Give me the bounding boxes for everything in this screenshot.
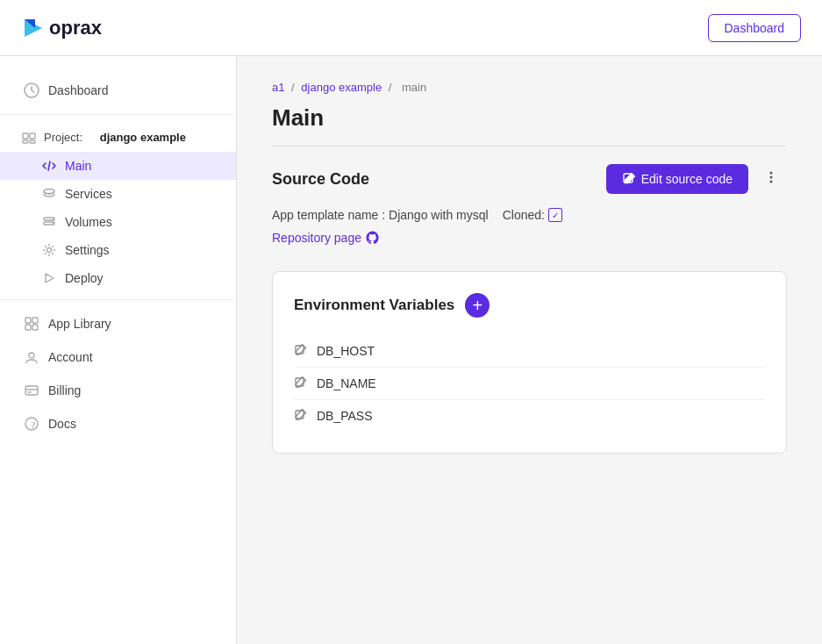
sidebar-main-label: Main: [65, 159, 91, 173]
settings-icon: [42, 243, 56, 257]
header: oprax Dashboard: [0, 0, 822, 56]
edit-env-icon-db-host[interactable]: [294, 344, 308, 358]
sidebar-project-name: django example: [100, 131, 186, 144]
docs-label: Docs: [48, 417, 76, 431]
sidebar-item-app-library[interactable]: App Library: [0, 307, 236, 340]
svg-rect-17: [25, 325, 31, 330]
sidebar: Dashboard Project: django example Main: [0, 56, 237, 644]
deploy-icon: [42, 271, 56, 285]
source-code-actions: Edit source code: [606, 164, 787, 194]
billing-icon: [24, 383, 39, 398]
sidebar-services-label: Services: [65, 187, 112, 201]
account-icon: [24, 349, 39, 365]
breadcrumb: a1 / django example / main: [272, 81, 787, 94]
sidebar-item-deploy[interactable]: Deploy: [0, 264, 236, 292]
app-template-label: App template name : Django with mysql: [272, 208, 489, 222]
env-db-host-name: DB_HOST: [317, 344, 375, 358]
svg-rect-5: [23, 140, 28, 143]
svg-point-13: [47, 248, 52, 253]
svg-rect-6: [30, 140, 35, 143]
env-variables-header: Environment Variables +: [294, 293, 765, 318]
main-content: a1 / django example / main Main Source C…: [237, 56, 822, 644]
svg-rect-18: [32, 325, 38, 330]
billing-label: Billing: [48, 383, 81, 397]
sidebar-divider-2: [0, 299, 236, 300]
svg-rect-4: [30, 133, 35, 139]
github-icon: [366, 231, 380, 245]
sidebar-item-docs[interactable]: ? Docs: [0, 407, 236, 440]
volumes-icon: [42, 215, 56, 229]
logo-text: oprax: [49, 17, 102, 39]
svg-point-28: [770, 180, 773, 182]
account-label: Account: [48, 350, 93, 364]
breadcrumb-django[interactable]: django example: [301, 81, 382, 94]
svg-point-27: [770, 175, 773, 178]
source-meta: App template name : Django with mysql Cl…: [272, 208, 787, 222]
svg-point-12: [53, 223, 54, 225]
repository-page-link[interactable]: Repository page: [272, 231, 380, 245]
env-item-db-host: DB_HOST: [294, 335, 765, 368]
svg-text:?: ?: [32, 420, 36, 430]
sidebar-item-volumes[interactable]: Volumes: [0, 208, 236, 236]
sidebar-item-dashboard[interactable]: Dashboard: [0, 74, 236, 107]
sidebar-settings-label: Settings: [65, 243, 110, 257]
sidebar-volumes-label: Volumes: [65, 215, 112, 229]
svg-rect-20: [25, 386, 38, 395]
services-icon: [42, 187, 56, 201]
breadcrumb-sep2: /: [389, 81, 395, 94]
svg-point-26: [770, 171, 773, 174]
env-item-db-pass: DB_PASS: [294, 400, 765, 432]
sidebar-item-main[interactable]: Main: [0, 152, 236, 180]
docs-icon: ?: [24, 416, 39, 432]
svg-rect-16: [32, 318, 38, 323]
breadcrumb-sep1: /: [291, 81, 297, 94]
sidebar-divider-1: [0, 114, 236, 115]
code-icon: [42, 159, 56, 173]
logo-icon: [21, 16, 46, 40]
breadcrumb-main: main: [402, 81, 426, 94]
svg-line-7: [48, 161, 50, 170]
more-options-button[interactable]: [755, 165, 787, 194]
app-library-icon: [24, 316, 39, 332]
dashboard-icon: [24, 82, 39, 98]
svg-marker-14: [46, 274, 54, 283]
sidebar-deploy-label: Deploy: [65, 271, 104, 285]
svg-point-19: [29, 353, 34, 358]
sidebar-dashboard-label: Dashboard: [48, 83, 109, 97]
sidebar-item-services[interactable]: Services: [0, 180, 236, 208]
env-db-pass-name: DB_PASS: [317, 409, 373, 423]
edit-icon: [622, 172, 636, 186]
cloned-label: Cloned:: [503, 208, 545, 222]
more-dots-icon: [762, 168, 780, 186]
logo: oprax: [21, 16, 102, 40]
edit-env-icon-db-name[interactable]: [294, 376, 308, 390]
layout: Dashboard Project: django example Main: [0, 56, 822, 644]
sidebar-project-prefix: Project:: [44, 131, 82, 144]
edit-source-code-button[interactable]: Edit source code: [606, 164, 748, 194]
cloned-status: Cloned: ✓: [503, 208, 562, 222]
cloned-checkbox-icon: ✓: [548, 208, 562, 222]
env-variables-title: Environment Variables: [294, 297, 454, 314]
sidebar-sub-menu: Main Services Volumes: [0, 152, 236, 292]
source-code-title: Source Code: [272, 170, 369, 189]
env-item-db-name: DB_NAME: [294, 368, 765, 400]
source-code-header: Source Code Edit source code: [272, 164, 787, 194]
dashboard-header-button[interactable]: Dashboard: [708, 14, 802, 42]
breadcrumb-a1[interactable]: a1: [272, 81, 284, 94]
add-env-variable-button[interactable]: +: [465, 293, 490, 318]
svg-rect-15: [25, 318, 31, 323]
env-variables-card: Environment Variables + DB_HOST DB_NAME: [272, 271, 787, 454]
edit-env-icon-db-pass[interactable]: [294, 409, 308, 423]
app-library-label: App Library: [48, 317, 111, 331]
sidebar-item-settings[interactable]: Settings: [0, 236, 236, 264]
svg-point-11: [53, 218, 54, 220]
sidebar-item-billing[interactable]: Billing: [0, 374, 236, 407]
svg-rect-3: [23, 133, 28, 139]
sidebar-project: Project: django example: [0, 122, 236, 152]
page-title: Main: [272, 104, 787, 147]
edit-source-label: Edit source code: [641, 172, 733, 186]
sidebar-item-account[interactable]: Account: [0, 340, 236, 374]
repo-link-text: Repository page: [272, 231, 361, 245]
env-db-name-name: DB_NAME: [317, 376, 376, 390]
project-icon: [21, 129, 37, 145]
